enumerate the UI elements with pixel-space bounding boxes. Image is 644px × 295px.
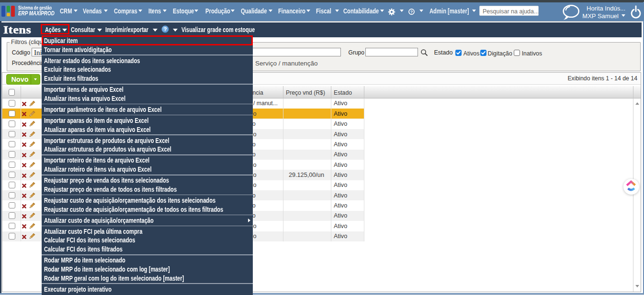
svg-text:?: ? [410,9,412,14]
svg-text:?: ? [164,26,167,32]
